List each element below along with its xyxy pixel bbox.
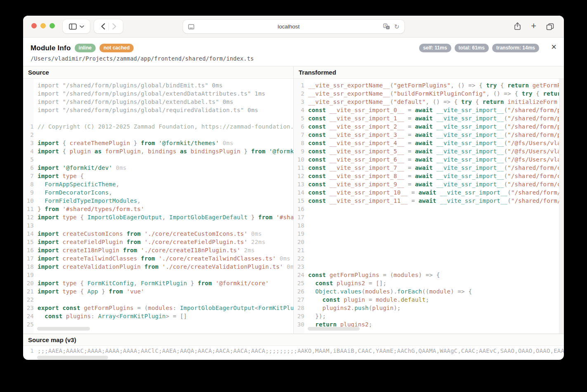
vertical-scrollbar[interactable] [559, 79, 564, 333]
nav-divider [108, 23, 109, 30]
code-line: 8 FormAppSpecificTheme, [23, 180, 293, 188]
inline-badge: inline [75, 44, 96, 52]
code-line: 27 const plugin = module.default; [294, 296, 564, 304]
code-line: import "/shared/form/plugins/global/requ… [23, 106, 293, 114]
transformed-panel: Transformed 1__vite_ssr_exportName__("ge… [294, 66, 564, 333]
code-line: 11} from '#shared/types/form.ts' [23, 205, 293, 213]
share-icon[interactable] [514, 22, 521, 31]
code-line: 5 [23, 155, 293, 164]
code-line: 14import createCustomIcons from './core/… [23, 230, 293, 238]
code-line: 23 [294, 263, 564, 271]
browser-toolbar: localhost A x ↻ [23, 16, 564, 38]
code-line: import "/shared/form/plugins/global/bind… [23, 81, 293, 89]
not-cached-badge: not cached [99, 44, 134, 52]
code-line: 25 const plugins2 = []; [294, 279, 564, 287]
code-line: 20import type { FormKitConfig, FormKitPl… [23, 279, 293, 287]
code-line: 6import '@formkit/dev' 0ms [23, 164, 293, 172]
chevron-down-icon[interactable] [80, 25, 84, 28]
code-line: 3import { createThemePlugin } from '@for… [23, 139, 293, 147]
code-line: 6const __vite_ssr_import_2__ = await __v… [294, 122, 564, 131]
module-file-path: /Users/vladimir/Projects/zammad/app/fron… [31, 55, 556, 62]
transformed-panel-title: Transformed [294, 66, 564, 79]
code-line: 8const __vite_ssr_import_4__ = await __v… [294, 139, 564, 147]
code-line: 23export const getFormPlugins = (modules… [23, 304, 293, 312]
address-bar[interactable]: localhost A x ↻ [183, 20, 404, 33]
code-line: 13 [23, 221, 293, 230]
transformed-horizontal-scrollbar[interactable] [308, 327, 360, 331]
code-line: 17 [294, 213, 564, 221]
code-line: import "/shared/form/plugins/global/exte… [23, 89, 293, 98]
screenshot-background: localhost A x ↻ [0, 0, 587, 392]
code-line: 11const __vite_ssr_import_7__ = await __… [294, 164, 564, 172]
code-line: 18import createValidationPlugin from './… [23, 263, 293, 271]
back-button[interactable] [101, 23, 105, 30]
source-panel: Source import "/shared/form/plugins/glob… [23, 66, 294, 333]
code-line: 1__vite_ssr_exportName__("getFormPlugins… [294, 81, 564, 89]
code-panels: Source import "/shared/form/plugins/glob… [23, 66, 564, 333]
module-info-header: Module Info inline not cached self: 11ms… [23, 38, 564, 66]
source-panel-title: Source [23, 66, 293, 79]
reload-icon[interactable]: ↻ [394, 23, 399, 30]
sidebar-icon[interactable] [69, 23, 77, 30]
code-line: 15const __vite_ssr_import_11__ = await _… [294, 197, 564, 205]
sidebar-toggle-group[interactable] [63, 19, 90, 33]
page-title: Module Info [31, 44, 71, 52]
close-window-button[interactable] [31, 23, 37, 28]
code-line: 22 [294, 254, 564, 263]
code-line: 1// Copyright (C) 2012-2025 Zammad Found… [23, 122, 293, 131]
zoom-window-button[interactable] [50, 23, 55, 28]
code-line: 4import { plugin as formPlugin, bindings… [23, 147, 293, 155]
timing-badges: self: 11ms total: 61ms transform: 14ms [419, 44, 539, 52]
code-line: 19 [294, 230, 564, 238]
code-line: 20 [294, 238, 564, 246]
source-map-title: Source map (v3) [23, 334, 564, 346]
code-line: 9 FormDecoratorIcons, [23, 188, 293, 197]
code-line: 2 [23, 131, 293, 139]
toolbar-right-actions: + [514, 19, 554, 33]
traffic-lights [31, 23, 55, 28]
translate-icon[interactable]: A x [383, 23, 390, 30]
svg-text:A: A [384, 24, 387, 27]
page-format-icon[interactable] [188, 24, 194, 30]
code-line: 29 }); [294, 312, 564, 320]
code-line: 12import type { ImportGlobEagerOutput, I… [23, 213, 293, 221]
close-icon[interactable]: × [551, 42, 556, 52]
code-line: 9const __vite_ssr_import_5__ = await __v… [294, 147, 564, 155]
code-line: 17import createTailwindClasses from './c… [23, 254, 293, 263]
code-line: 3__vite_ssr_exportName__("default", () =… [294, 98, 564, 106]
code-line: 7import type { [23, 172, 293, 180]
tab-overview-icon[interactable] [546, 23, 554, 30]
source-map-scroll-area [23, 356, 564, 360]
code-line: 28 plugins2.push(plugin); [294, 304, 564, 312]
code-line: 12const __vite_ssr_import_8__ = await __… [294, 172, 564, 180]
code-line: 16import createI18nPlugin from './core/c… [23, 246, 293, 254]
source-map-line-number: 1 [23, 347, 34, 354]
code-line: 15import createFieldPlugin from './core/… [23, 238, 293, 246]
transformed-code: 1__vite_ssr_exportName__("getFormPlugins… [294, 79, 564, 333]
transform-time-badge: transform: 14ms [492, 44, 539, 52]
new-tab-icon[interactable]: + [531, 21, 536, 31]
code-line: 13const __vite_ssr_import_9__ = await __… [294, 180, 564, 188]
code-line: 21 [294, 246, 564, 254]
browser-window: localhost A x ↻ [23, 16, 564, 360]
forward-button[interactable] [112, 23, 116, 30]
code-line: 24const getFormPlugins = (modules) => { [294, 271, 564, 279]
code-line: 14const __vite_ssr_import_10__ = await _… [294, 188, 564, 197]
module-info-title-row: Module Info inline not cached self: 11ms… [31, 44, 556, 52]
url-text[interactable]: localhost [194, 23, 383, 30]
minimize-window-button[interactable] [40, 23, 46, 28]
code-line: 21import type { App } from 'vue' [23, 287, 293, 296]
code-line: 16 [294, 205, 564, 213]
code-line: 24 const plugins: Array<FormKitPlugin> =… [23, 312, 293, 320]
source-map-horizontal-scrollbar[interactable] [37, 356, 108, 359]
source-map-line: 1 ;;;AAEA;AAAkC;AAAA;AAAA;AAAA;AAClC;AAE… [23, 346, 564, 356]
code-line: 4const __vite_ssr_import_0__ = await __v… [294, 106, 564, 114]
code-line: 22 [23, 296, 293, 304]
total-time-badge: total: 61ms [455, 44, 489, 52]
code-line [23, 114, 293, 122]
code-line: 19 [23, 271, 293, 279]
code-line: 7const __vite_ssr_import_3__ = await __v… [294, 131, 564, 139]
code-line: import "/shared/form/plugins/global/exte… [23, 98, 293, 106]
code-line: 10const __vite_ssr_import_6__ = await __… [294, 155, 564, 164]
source-horizontal-scrollbar[interactable] [37, 327, 90, 331]
